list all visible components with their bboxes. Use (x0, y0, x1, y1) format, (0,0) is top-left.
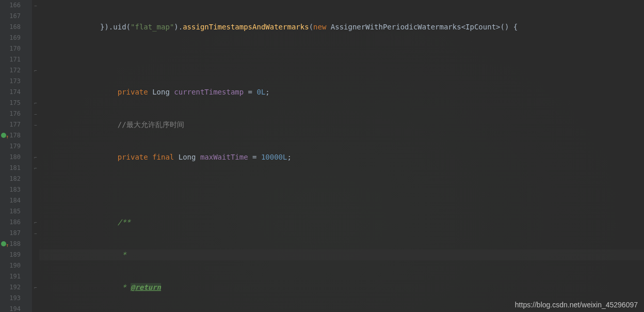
line-number: 166 (0, 0, 32, 11)
line-number: 178 (0, 130, 32, 141)
code-line[interactable] (39, 54, 644, 65)
line-number: 181 (0, 163, 32, 174)
fold-marker[interactable] (32, 195, 39, 206)
fold-marker[interactable] (32, 206, 39, 217)
fold-marker[interactable] (32, 293, 39, 304)
fold-marker[interactable]: − (32, 228, 39, 239)
code-editor[interactable]: 1661671681691701711721731741751761771781… (0, 0, 644, 312)
line-number: 185 (0, 206, 32, 217)
fold-marker[interactable] (32, 174, 39, 184)
fold-column[interactable]: −⌐⌐−−⌐⌐⌐−⌐ (32, 0, 39, 312)
code-line[interactable]: /** (39, 217, 644, 228)
fold-marker[interactable] (32, 304, 39, 312)
line-number: 183 (0, 184, 32, 195)
fold-marker[interactable]: − (32, 108, 39, 119)
fold-marker[interactable]: − (32, 119, 39, 130)
fold-marker[interactable] (32, 260, 39, 271)
fold-marker[interactable] (32, 76, 39, 87)
line-number: 191 (0, 271, 32, 282)
fold-marker[interactable]: ⌐ (32, 98, 39, 108)
line-number: 190 (0, 260, 32, 271)
code-line[interactable]: * @return (39, 282, 644, 293)
line-number: 176 (0, 108, 32, 119)
fold-marker[interactable]: ⌐ (32, 217, 39, 228)
line-number: 171 (0, 54, 32, 65)
watermark-text: https://blog.csdn.net/weixin_45296097 (515, 301, 638, 309)
line-number: 192 (0, 282, 32, 293)
code-line[interactable]: }).uid("flat_map").assignTimestampsAndWa… (39, 22, 644, 33)
fold-marker[interactable] (32, 11, 39, 22)
fold-marker[interactable] (32, 22, 39, 33)
fold-marker[interactable] (32, 87, 39, 98)
fold-marker[interactable] (32, 130, 39, 141)
code-area[interactable]: }).uid("flat_map").assignTimestampsAndWa… (39, 0, 644, 312)
fold-marker[interactable] (32, 184, 39, 195)
line-number: 184 (0, 195, 32, 206)
line-number: 175 (0, 98, 32, 108)
code-line[interactable] (39, 184, 644, 195)
line-number: 189 (0, 249, 32, 260)
code-line[interactable]: * (39, 249, 644, 260)
line-number: 169 (0, 33, 32, 43)
fold-marker[interactable] (32, 271, 39, 282)
line-number: 168 (0, 22, 32, 33)
fold-marker[interactable] (32, 141, 39, 152)
fold-marker[interactable]: ⌐ (32, 282, 39, 293)
line-number: 174 (0, 87, 32, 98)
line-number: 194 (0, 304, 32, 312)
line-number: 172 (0, 65, 32, 76)
line-number: 173 (0, 76, 32, 87)
code-line[interactable]: private final Long maxWaitTime = 10000L; (39, 152, 644, 163)
line-number: 177 (0, 119, 32, 130)
line-number: 170 (0, 43, 32, 54)
fold-marker[interactable]: ⌐ (32, 163, 39, 174)
fold-marker[interactable] (32, 43, 39, 54)
fold-marker[interactable]: ⌐ (32, 152, 39, 163)
line-number-gutter: 1661671681691701711721731741751761771781… (0, 0, 32, 312)
fold-marker[interactable] (32, 249, 39, 260)
line-number: 193 (0, 293, 32, 304)
fold-marker[interactable] (32, 54, 39, 65)
fold-marker[interactable]: − (32, 0, 39, 11)
code-line[interactable]: private Long currentTimestamp = 0L; (39, 87, 644, 98)
code-line[interactable]: //最大允许乱序时间 (39, 119, 644, 130)
line-number: 187 (0, 228, 32, 239)
fold-marker[interactable]: ⌐ (32, 65, 39, 76)
line-number: 182 (0, 174, 32, 184)
line-number: 188 (0, 239, 32, 249)
line-number: 179 (0, 141, 32, 152)
fold-marker[interactable] (32, 33, 39, 43)
line-number: 167 (0, 11, 32, 22)
line-number: 186 (0, 217, 32, 228)
fold-marker[interactable] (32, 239, 39, 249)
line-number: 180 (0, 152, 32, 163)
